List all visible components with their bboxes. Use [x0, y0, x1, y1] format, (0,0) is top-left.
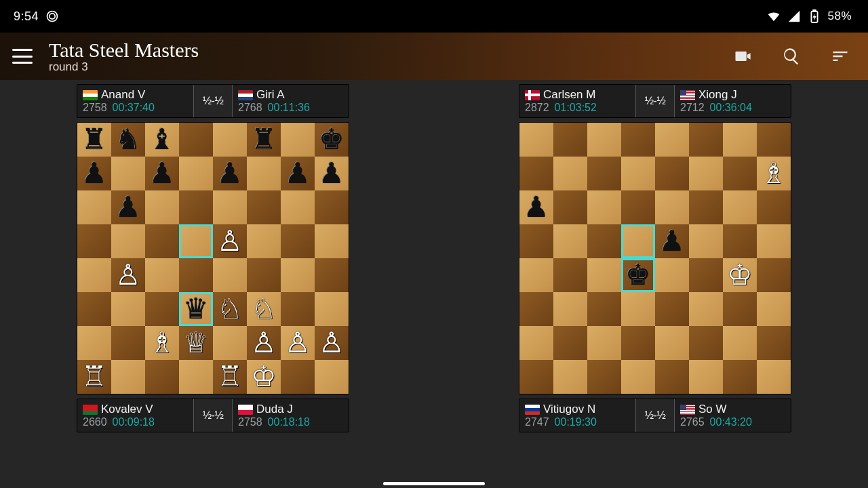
square-d4[interactable]: [179, 258, 213, 292]
square-d7[interactable]: [621, 157, 655, 190]
square-a4[interactable]: [77, 258, 111, 292]
game-header[interactable]: Anand V275800:37:40½-½Giri A276800:11:36: [77, 84, 349, 118]
android-nav-indicator[interactable]: [383, 482, 485, 485]
square-h6[interactable]: [757, 190, 791, 224]
square-g8[interactable]: [723, 123, 757, 157]
square-e7[interactable]: [655, 157, 689, 190]
square-e7[interactable]: ♟: [213, 157, 247, 190]
square-c7[interactable]: [587, 157, 621, 190]
square-h4[interactable]: [315, 258, 349, 292]
square-b7[interactable]: [111, 157, 145, 190]
square-e5[interactable]: ♙: [213, 224, 247, 258]
square-d1[interactable]: [179, 360, 213, 394]
square-g1[interactable]: [723, 360, 757, 394]
square-c1[interactable]: [587, 360, 621, 394]
square-e3[interactable]: ♘: [213, 292, 247, 326]
square-f5[interactable]: [247, 224, 281, 258]
square-e8[interactable]: [655, 123, 689, 157]
square-c5[interactable]: [587, 224, 621, 258]
square-e4[interactable]: [213, 258, 247, 292]
square-c7[interactable]: ♟: [145, 157, 179, 190]
square-b1[interactable]: [111, 360, 145, 394]
square-b1[interactable]: [553, 360, 587, 394]
square-f4[interactable]: [247, 258, 281, 292]
square-d6[interactable]: [179, 190, 213, 224]
square-e5[interactable]: ♟: [655, 224, 689, 258]
square-h7[interactable]: ♟: [315, 157, 349, 190]
square-c6[interactable]: [145, 190, 179, 224]
search-button[interactable]: [781, 46, 802, 66]
square-c5[interactable]: [145, 224, 179, 258]
square-d3[interactable]: [621, 292, 655, 326]
square-c2[interactable]: [587, 326, 621, 360]
square-c8[interactable]: ♝: [145, 123, 179, 157]
square-f3[interactable]: [689, 292, 723, 326]
square-a7[interactable]: ♟: [77, 157, 111, 190]
square-h3[interactable]: [315, 292, 349, 326]
square-e4[interactable]: [655, 258, 689, 292]
square-a7[interactable]: [519, 157, 553, 190]
square-e8[interactable]: [213, 123, 247, 157]
square-d5[interactable]: [179, 224, 213, 258]
game-header[interactable]: Carlsen M287201:03:52½-½Xiong J271200:36…: [519, 84, 791, 118]
square-f2[interactable]: [689, 326, 723, 360]
square-e2[interactable]: [213, 326, 247, 360]
square-e6[interactable]: [655, 190, 689, 224]
square-a1[interactable]: ♖: [77, 360, 111, 394]
square-c6[interactable]: [587, 190, 621, 224]
square-g7[interactable]: [723, 157, 757, 190]
square-d1[interactable]: [621, 360, 655, 394]
square-a8[interactable]: [519, 123, 553, 157]
square-c8[interactable]: [587, 123, 621, 157]
square-a2[interactable]: [519, 326, 553, 360]
square-f5[interactable]: [689, 224, 723, 258]
square-a3[interactable]: [519, 292, 553, 326]
square-g5[interactable]: [281, 224, 315, 258]
sort-button[interactable]: [830, 46, 850, 66]
square-h1[interactable]: [315, 360, 349, 394]
square-g5[interactable]: [723, 224, 757, 258]
square-h5[interactable]: [757, 224, 791, 258]
chess-board[interactable]: ♗♟♟♚♔: [519, 122, 791, 394]
square-a4[interactable]: [519, 258, 553, 292]
square-g2[interactable]: ♙: [281, 326, 315, 360]
square-b8[interactable]: ♞: [111, 123, 145, 157]
square-b8[interactable]: [553, 123, 587, 157]
square-d6[interactable]: [621, 190, 655, 224]
square-d4[interactable]: ♚: [621, 258, 655, 292]
square-f1[interactable]: ♔: [247, 360, 281, 394]
square-h8[interactable]: ♚: [315, 123, 349, 157]
square-g4[interactable]: ♔: [723, 258, 757, 292]
square-e1[interactable]: [655, 360, 689, 394]
square-f1[interactable]: [689, 360, 723, 394]
square-h2[interactable]: [757, 326, 791, 360]
square-c2[interactable]: ♗: [145, 326, 179, 360]
square-d2[interactable]: [621, 326, 655, 360]
square-c3[interactable]: [145, 292, 179, 326]
square-h2[interactable]: ♙: [315, 326, 349, 360]
square-g4[interactable]: [281, 258, 315, 292]
square-e1[interactable]: ♖: [213, 360, 247, 394]
square-h5[interactable]: [315, 224, 349, 258]
square-b3[interactable]: [553, 292, 587, 326]
square-f3[interactable]: ♘: [247, 292, 281, 326]
square-g8[interactable]: [281, 123, 315, 157]
square-e6[interactable]: [213, 190, 247, 224]
square-a2[interactable]: [77, 326, 111, 360]
square-g1[interactable]: [281, 360, 315, 394]
square-e3[interactable]: [655, 292, 689, 326]
menu-button[interactable]: [12, 49, 33, 64]
square-d3[interactable]: ♛: [179, 292, 213, 326]
square-g2[interactable]: [723, 326, 757, 360]
square-a1[interactable]: [519, 360, 553, 394]
square-f8[interactable]: ♜: [247, 123, 281, 157]
square-a6[interactable]: ♟: [519, 190, 553, 224]
square-b4[interactable]: [553, 258, 587, 292]
square-g6[interactable]: [281, 190, 315, 224]
square-b2[interactable]: [553, 326, 587, 360]
square-a6[interactable]: [77, 190, 111, 224]
square-h8[interactable]: [757, 123, 791, 157]
square-f7[interactable]: [247, 157, 281, 190]
square-h3[interactable]: [757, 292, 791, 326]
square-f6[interactable]: [247, 190, 281, 224]
